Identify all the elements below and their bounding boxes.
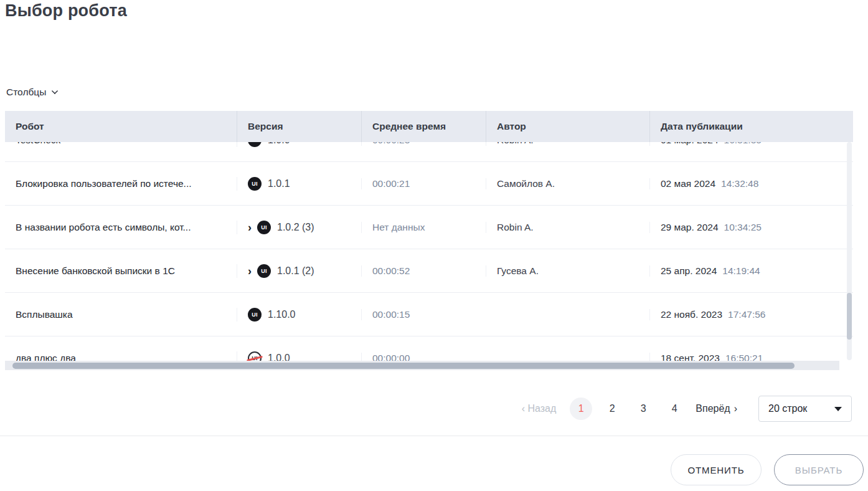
publication-time-value: 14:19:44: [722, 265, 760, 276]
pagination-forward-button[interactable]: Вперёд›: [696, 403, 737, 414]
publication-date: 22 нояб. 202317:47:56: [649, 309, 853, 320]
avg-time: 00:00:23: [361, 142, 486, 146]
robot-name: Всплывашка: [5, 309, 237, 320]
horizontal-scrollbar[interactable]: [5, 361, 839, 370]
chevron-down-icon: [52, 88, 58, 94]
robots-table: Робот Версия Среднее время Автор Дата пу…: [5, 111, 853, 371]
cancel-button[interactable]: ОТМЕНИТЬ: [671, 454, 762, 485]
horizontal-scrollbar-thumb[interactable]: [12, 363, 795, 369]
rows-per-page-select[interactable]: 20 строк: [758, 396, 852, 422]
version-number: 1.0.2 (3): [277, 222, 314, 233]
author: Robin A.: [486, 222, 649, 233]
publication-time-value: 14:32:48: [721, 178, 758, 189]
publication-time-value: 17:47:56: [728, 309, 765, 320]
column-header-pub-date[interactable]: Дата публикации: [649, 111, 853, 142]
pagination: ‹ Назад 1234 Вперёд› 20 строк: [522, 396, 852, 422]
publication-date: 25 апр. 202414:19:44: [649, 265, 853, 277]
publication-date-value: 01 мар. 2024: [661, 142, 719, 145]
ui-badge-icon: UI: [248, 177, 262, 191]
column-header-version[interactable]: Версия: [237, 111, 361, 142]
robot-name: TestCheck: [5, 142, 237, 146]
publication-date-value: 25 апр. 2024: [661, 265, 717, 276]
version-cell: UI1.10.0: [237, 308, 361, 322]
footer-actions: ОТМЕНИТЬ ВЫБРАТЬ: [671, 454, 864, 485]
chevron-left-icon: ‹: [522, 403, 525, 414]
table-row[interactable]: Блокировка пользователей по истече...UI1…: [5, 162, 853, 206]
rows-per-page-value: 20 строк: [768, 403, 807, 414]
page-title: Выбор робота: [5, 1, 127, 21]
chevron-right-icon: ›: [734, 403, 737, 414]
ui-badge-icon: UI: [257, 221, 271, 234]
version-number: 1.0.1: [268, 178, 290, 189]
table-row[interactable]: В названии робота есть символы, кот...›U…: [5, 206, 853, 249]
version-number: 1.10.0: [268, 309, 295, 320]
footer-divider: [0, 436, 868, 436]
ui-badge-icon: UI: [248, 142, 262, 147]
column-header-robot[interactable]: Робот: [5, 111, 237, 142]
author: Robin A.: [486, 142, 649, 146]
pagination-page-1[interactable]: 1: [570, 398, 592, 420]
version-number: 1.0.1 (2): [277, 265, 314, 277]
author: Гусева А.: [486, 265, 649, 277]
expand-chevron-icon[interactable]: ›: [248, 265, 252, 277]
table-row[interactable]: Внесение банковской выписки в 1С›UI1.0.1…: [5, 249, 853, 293]
publication-date: 02 мая 202414:32:48: [649, 178, 853, 189]
author: Самойлов А.: [486, 178, 649, 189]
table-row[interactable]: ВсплывашкаUI1.10.000:00:1522 нояб. 20231…: [5, 293, 853, 336]
robot-name: В названии робота есть символы, кот...: [5, 222, 237, 233]
publication-time-value: 10:34:25: [724, 222, 762, 232]
columns-button-label: Столбцы: [6, 87, 46, 98]
publication-date: 29 мар. 202410:34:25: [649, 222, 853, 233]
caret-down-icon: [834, 407, 842, 411]
expand-chevron-icon[interactable]: ›: [248, 222, 252, 233]
pagination-page-3[interactable]: 3: [632, 398, 654, 420]
column-header-avg-time[interactable]: Среднее время: [361, 111, 486, 142]
robot-name: Внесение банковской выписки в 1С: [5, 265, 237, 277]
table-header-row: Робот Версия Среднее время Автор Дата пу…: [5, 111, 853, 142]
column-header-author[interactable]: Автор: [486, 111, 649, 142]
avg-time: 00:00:15: [361, 309, 486, 320]
publication-date: 01 мар. 202416:31:35: [649, 142, 853, 146]
avg-time: Нет данных: [361, 222, 486, 233]
version-cell: ›UI1.0.2 (3): [237, 221, 361, 234]
select-button[interactable]: ВЫБРАТЬ: [774, 454, 864, 485]
columns-button[interactable]: Столбцы: [6, 87, 58, 98]
version-number: 1.0.0: [268, 142, 290, 146]
pagination-back-label: Назад: [527, 403, 556, 414]
pagination-forward-label: Вперёд: [696, 403, 730, 414]
version-cell: ›UI1.0.1 (2): [237, 264, 361, 278]
version-cell: UI1.0.1: [237, 177, 361, 191]
ui-badge-icon: UI: [248, 308, 262, 322]
table-row[interactable]: TestCheckUI1.0.000:00:23Robin A.01 мар. …: [5, 142, 853, 162]
avg-time: 00:00:52: [361, 265, 486, 277]
publication-date-value: 22 нояб. 2023: [661, 309, 722, 320]
ui-badge-icon: UI: [257, 264, 271, 278]
robot-name: Блокировка пользователей по истече...: [5, 178, 237, 189]
vertical-scrollbar[interactable]: [847, 142, 852, 360]
vertical-scrollbar-thumb[interactable]: [847, 293, 852, 340]
publication-date-value: 29 мар. 2024: [661, 222, 719, 232]
publication-date-value: 02 мая 2024: [661, 178, 715, 189]
version-cell: UI1.0.0: [237, 142, 361, 147]
publication-time-value: 16:31:35: [724, 142, 762, 145]
pagination-page-4[interactable]: 4: [663, 398, 686, 420]
table-body: TestCheckUI1.0.000:00:23Robin A.01 мар. …: [5, 142, 853, 371]
pagination-back-button[interactable]: ‹ Назад: [522, 403, 557, 414]
pagination-page-2[interactable]: 2: [601, 398, 623, 420]
avg-time: 00:00:21: [361, 178, 486, 189]
